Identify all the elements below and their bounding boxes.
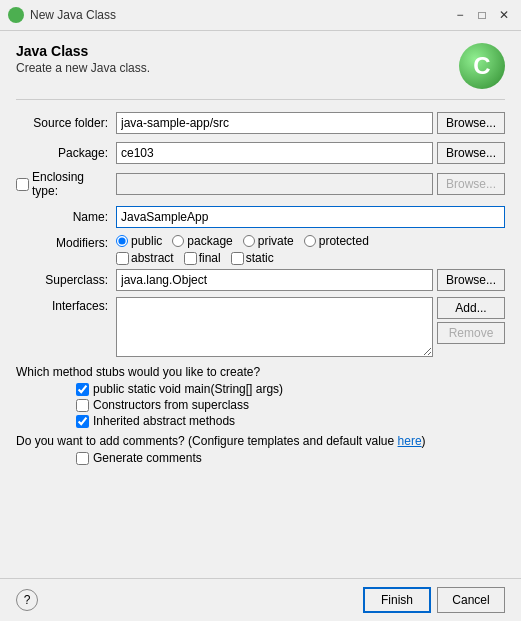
modifier-abstract-checkbox[interactable]	[116, 252, 129, 265]
finish-button[interactable]: Finish	[363, 587, 431, 613]
dialog-title: Java Class	[16, 43, 459, 59]
package-controls: Browse...	[116, 142, 505, 164]
modifier-protected-option: protected	[304, 234, 369, 248]
modifiers-label: Modifiers:	[16, 234, 116, 250]
enclosing-type-label: Enclosing type:	[32, 170, 108, 198]
modifiers-checkbox-group: abstract final static	[116, 251, 369, 265]
comments-question-prefix: Do you want to add comments? (Configure …	[16, 434, 398, 448]
stubs-section: Which method stubs would you like to cre…	[16, 365, 505, 430]
modifiers-radio-group: public package private protected	[116, 234, 369, 248]
cancel-button[interactable]: Cancel	[437, 587, 505, 613]
help-button[interactable]: ?	[16, 589, 38, 611]
name-controls	[116, 206, 505, 228]
modifier-public-option: public	[116, 234, 162, 248]
package-browse-button[interactable]: Browse...	[437, 142, 505, 164]
enclosing-type-browse-button: Browse...	[437, 173, 505, 195]
interfaces-add-button[interactable]: Add...	[437, 297, 505, 319]
maximize-button[interactable]: □	[473, 6, 491, 24]
generate-comments-wrap: Generate comments	[76, 451, 505, 465]
stub-abstract-label: Inherited abstract methods	[93, 414, 235, 428]
interfaces-remove-button: Remove	[437, 322, 505, 344]
stub-main-checkbox[interactable]	[76, 383, 89, 396]
modifier-static-wrap: static	[231, 251, 274, 265]
interfaces-buttons: Add... Remove	[437, 297, 505, 344]
modifier-private-radio[interactable]	[243, 235, 255, 247]
modifier-final-label: final	[199, 251, 221, 265]
modifier-protected-label: protected	[319, 234, 369, 248]
source-folder-browse-button[interactable]: Browse...	[437, 112, 505, 134]
superclass-row: Superclass: Browse...	[16, 267, 505, 293]
stubs-question: Which method stubs would you like to cre…	[16, 365, 505, 379]
close-button[interactable]: ✕	[495, 6, 513, 24]
minimize-button[interactable]: −	[451, 6, 469, 24]
enclosing-type-checkbox[interactable]	[16, 178, 29, 191]
modifiers-row: Modifiers: public package private	[16, 234, 505, 265]
title-bar: New Java Class − □ ✕	[0, 0, 521, 31]
enclosing-checkbox-area: Enclosing type:	[16, 170, 116, 198]
comments-question-suffix: )	[422, 434, 426, 448]
modifier-abstract-wrap: abstract	[116, 251, 174, 265]
header-section: Java Class Create a new Java class. C	[16, 43, 505, 100]
modifier-public-label: public	[131, 234, 162, 248]
superclass-controls: Browse...	[116, 269, 505, 291]
modifier-package-radio[interactable]	[172, 235, 184, 247]
comments-question: Do you want to add comments? (Configure …	[16, 434, 505, 448]
package-label: Package:	[16, 146, 116, 160]
superclass-label: Superclass:	[16, 273, 116, 287]
modifier-final-checkbox[interactable]	[184, 252, 197, 265]
modifier-private-label: private	[258, 234, 294, 248]
stub-abstract-item: Inherited abstract methods	[76, 414, 505, 428]
source-folder-input[interactable]	[116, 112, 433, 134]
window-controls: − □ ✕	[451, 6, 513, 24]
modifier-package-option: package	[172, 234, 232, 248]
name-label: Name:	[16, 210, 116, 224]
eclipse-logo: C	[459, 43, 505, 89]
comments-section: Do you want to add comments? (Configure …	[16, 434, 505, 465]
package-row: Package: Browse...	[16, 140, 505, 166]
stub-main-item: public static void main(String[] args)	[76, 382, 505, 396]
modifier-static-checkbox[interactable]	[231, 252, 244, 265]
modifier-protected-radio[interactable]	[304, 235, 316, 247]
modifiers-controls: public package private protected	[116, 234, 369, 265]
superclass-browse-button[interactable]: Browse...	[437, 269, 505, 291]
modifier-package-label: package	[187, 234, 232, 248]
logo-letter: C	[473, 52, 490, 80]
modifier-abstract-label: abstract	[131, 251, 174, 265]
stub-constructors-item: Constructors from superclass	[76, 398, 505, 412]
package-input[interactable]	[116, 142, 433, 164]
form-section: Source folder: Browse... Package: Browse…	[16, 110, 505, 570]
generate-comments-label: Generate comments	[93, 451, 202, 465]
comments-here-link[interactable]: here	[398, 434, 422, 448]
modifier-static-label: static	[246, 251, 274, 265]
action-buttons: Finish Cancel	[363, 587, 505, 613]
stub-constructors-label: Constructors from superclass	[93, 398, 249, 412]
enclosing-controls: Browse...	[116, 173, 505, 195]
enclosing-type-row: Enclosing type: Browse...	[16, 170, 505, 198]
enclosing-type-input	[116, 173, 433, 195]
stub-abstract-checkbox[interactable]	[76, 415, 89, 428]
stub-constructors-checkbox[interactable]	[76, 399, 89, 412]
name-input[interactable]	[116, 206, 505, 228]
name-row: Name:	[16, 204, 505, 230]
source-folder-controls: Browse...	[116, 112, 505, 134]
stub-main-label: public static void main(String[] args)	[93, 382, 283, 396]
bottom-bar: ? Finish Cancel	[0, 578, 521, 621]
header-text: Java Class Create a new Java class.	[16, 43, 459, 75]
interfaces-label: Interfaces:	[16, 297, 116, 313]
superclass-input[interactable]	[116, 269, 433, 291]
modifier-public-radio[interactable]	[116, 235, 128, 247]
source-folder-label: Source folder:	[16, 116, 116, 130]
dialog-body: Java Class Create a new Java class. C So…	[0, 31, 521, 578]
modifier-private-option: private	[243, 234, 294, 248]
generate-comments-checkbox[interactable]	[76, 452, 89, 465]
dialog-subtitle: Create a new Java class.	[16, 61, 459, 75]
modifier-final-wrap: final	[184, 251, 221, 265]
interfaces-row: Interfaces: Add... Remove	[16, 297, 505, 357]
interfaces-textarea[interactable]	[116, 297, 433, 357]
window-title: New Java Class	[30, 8, 451, 22]
window-icon	[8, 7, 24, 23]
source-folder-row: Source folder: Browse...	[16, 110, 505, 136]
